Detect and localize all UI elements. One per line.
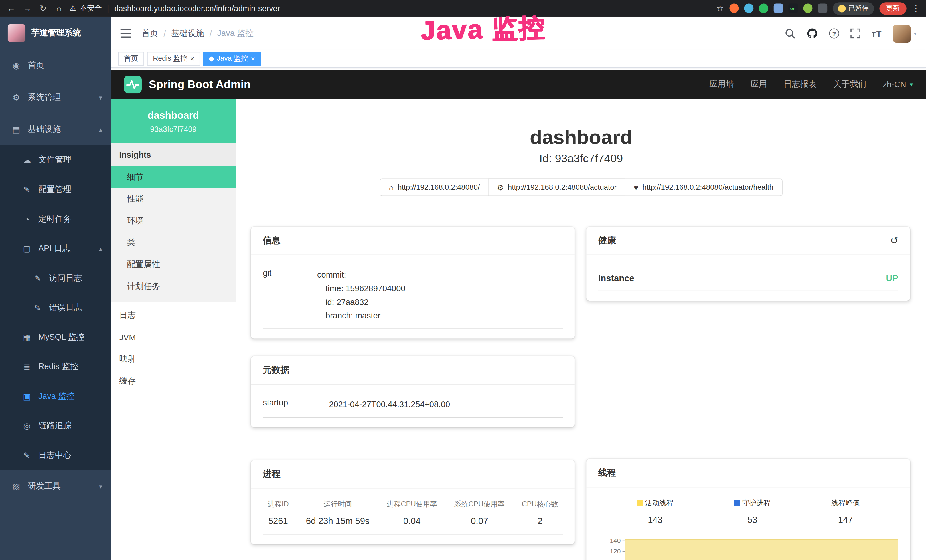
sba-nav-wallboard[interactable]: 应用墙: [709, 79, 734, 89]
sidebar-item-access-log[interactable]: ✎ 访问日志: [0, 263, 111, 293]
active-threads-area: [625, 539, 898, 560]
legend-value: 53: [734, 515, 770, 525]
browser-menu-icon[interactable]: ⋮: [912, 3, 920, 13]
sidebar-item-file-mgmt[interactable]: ☁ 文件管理: [0, 145, 111, 175]
app-logo[interactable]: 芋道管理系统: [0, 17, 111, 50]
drop-extension-icon[interactable]: [744, 3, 753, 13]
sidebar-item-label: Redis 监控: [38, 362, 79, 372]
process-stats-row: 进程ID 5261 运行时间 6d 23h 15m 59s: [263, 498, 563, 534]
sidebar-item-log-center[interactable]: ✎ 日志中心: [0, 441, 111, 471]
sba-item-environment[interactable]: 环境: [111, 210, 236, 232]
sidebar-collapse-icon[interactable]: [120, 29, 131, 38]
chart-y-axis: 140 120 100: [598, 534, 625, 560]
sidebar-item-label: 首页: [28, 60, 44, 71]
sidebar-item-java-monitor[interactable]: ▣ Java 监控: [0, 382, 111, 412]
app-header: 首页 / 基础设施 / Java 监控 ? тT: [111, 17, 926, 50]
sidebar-item-scheduled-jobs[interactable]: ◔ 定时任务: [0, 204, 111, 234]
stat-label: 系统CPU使用率: [454, 499, 505, 509]
sidebar-item-redis-monitor[interactable]: ≣ Redis 监控: [0, 352, 111, 382]
instance-health-link[interactable]: ♥ http://192.168.0.2:48080/actuator/heal…: [625, 178, 782, 196]
sidebar-item-label: MySQL 监控: [38, 332, 85, 343]
green-extension-icon[interactable]: [759, 3, 768, 13]
address-bar-url[interactable]: dashboard.yudao.iocoder.cn/infra/admin-s…: [114, 4, 280, 12]
instance-actuator-link[interactable]: ⚙ http://192.168.0.2:48080/actuator: [488, 178, 625, 196]
tab-home[interactable]: 首页: [118, 52, 144, 66]
sidebar-item-tracing[interactable]: ◎ 链路追踪: [0, 411, 111, 441]
close-icon[interactable]: ×: [190, 55, 195, 62]
site-security-chip[interactable]: ⚠ 不安全: [70, 3, 101, 13]
grid-extension-icon[interactable]: [773, 3, 783, 13]
on-badge-extension-icon[interactable]: on: [788, 3, 797, 13]
warning-icon: ⚠: [70, 4, 76, 12]
sidebar-item-api-log[interactable]: ▢ API 日志 ▴: [0, 234, 111, 263]
sba-item-mappings[interactable]: 映射: [111, 348, 236, 370]
paused-badge[interactable]: 已暂停: [832, 2, 874, 14]
back-icon[interactable]: ←: [6, 3, 17, 13]
sba-item-caches[interactable]: 缓存: [111, 370, 236, 392]
stat-label: 进程ID: [268, 499, 289, 509]
user-avatar[interactable]: ▾: [893, 24, 917, 42]
tab-java-monitor[interactable]: Java 监控 ×: [203, 52, 261, 66]
stat-label: CPU核心数: [522, 499, 558, 509]
sba-nav-about[interactable]: 关于我们: [833, 79, 866, 89]
sidebar-item-home[interactable]: ◉ 首页: [0, 50, 111, 82]
help-icon[interactable]: ?: [829, 28, 839, 38]
edit-icon: ✎: [22, 451, 32, 460]
sba-item-jvm[interactable]: JVM: [111, 326, 236, 348]
sba-nav-journal[interactable]: 日志报表: [784, 79, 817, 89]
sidebar-item-system-mgmt[interactable]: ⚙ 系统管理 ▾: [0, 82, 111, 114]
instance-title: dashboard: [236, 125, 926, 149]
clock-icon: ◔: [22, 215, 32, 224]
close-icon[interactable]: ×: [251, 55, 255, 62]
yellow-swatch-icon: [637, 500, 643, 506]
sba-item-configprops[interactable]: 配置属性: [111, 253, 236, 275]
card-title: 线程: [598, 467, 616, 478]
bookmark-star-icon[interactable]: ☆: [716, 3, 724, 13]
update-button[interactable]: 更新: [879, 2, 906, 14]
gear-icon: ⚙: [11, 93, 21, 102]
tab-redis-monitor[interactable]: Redis 监控 ×: [147, 52, 200, 66]
sba-item-logfile[interactable]: 日志: [111, 304, 236, 326]
instance-name: dashboard: [148, 109, 199, 121]
breadcrumb-infra[interactable]: 基础设施: [171, 28, 204, 38]
sidebar-item-label: 系统管理: [28, 92, 61, 103]
chevron-down-icon: ▾: [99, 94, 102, 101]
sba-item-metrics[interactable]: 性能: [111, 188, 236, 210]
tab-label: 首页: [124, 54, 138, 64]
spring-boot-admin-frame: Spring Boot Admin 应用墙 应用 日志报表 关于我们 zh-CN…: [111, 70, 926, 560]
browser-home-icon[interactable]: ⌂: [54, 3, 64, 13]
leaf-extension-icon[interactable]: [803, 3, 812, 13]
avatar-image: [893, 24, 911, 42]
card-title: 元数据: [263, 365, 289, 376]
fox-extension-icon[interactable]: [729, 3, 738, 13]
instance-root-link[interactable]: ⌂ http://192.168.0.2:48080/: [380, 178, 489, 196]
legend-label: 线程峰值: [831, 498, 859, 508]
fullscreen-icon[interactable]: [850, 28, 860, 38]
sba-item-details[interactable]: 细节: [111, 166, 236, 188]
github-icon[interactable]: [807, 28, 818, 39]
reload-icon[interactable]: ↻: [38, 3, 48, 13]
sba-locale-select[interactable]: zh-CN ▾: [883, 80, 913, 89]
sidebar-item-error-log[interactable]: ✎ 错误日志: [0, 293, 111, 322]
puzzle-extension-icon[interactable]: [818, 3, 827, 13]
sba-brand[interactable]: Spring Boot Admin: [124, 76, 251, 93]
font-size-icon[interactable]: тT: [872, 29, 882, 38]
legend-label: 活动线程: [645, 498, 673, 508]
sba-item-scheduled-tasks[interactable]: 计划任务: [111, 275, 236, 297]
sba-nav-applications[interactable]: 应用: [750, 79, 767, 89]
search-icon[interactable]: [785, 28, 795, 38]
sidebar-item-label: API 日志: [38, 243, 71, 254]
sidebar-item-label: 访问日志: [49, 273, 82, 283]
history-icon[interactable]: ↺: [890, 235, 898, 246]
forward-icon[interactable]: →: [22, 3, 33, 13]
sidebar-item-mysql-monitor[interactable]: ▦ MySQL 监控: [0, 322, 111, 352]
breadcrumb-home[interactable]: 首页: [142, 28, 158, 38]
sidebar-item-infrastructure[interactable]: ▤ 基础设施 ▴: [0, 114, 111, 145]
admin-sidebar: 芋道管理系统 ◉ 首页 ⚙ 系统管理 ▾ ▤ 基础设施 ▴ ☁ 文件管理 ✎ 配…: [0, 17, 111, 560]
screen: ← → ↻ ⌂ ⚠ 不安全 | dashboard.yudao.iocoder.…: [0, 0, 926, 560]
breadcrumb-separator: /: [164, 29, 166, 38]
sidebar-item-dev-tools[interactable]: ▨ 研发工具 ▾: [0, 470, 111, 502]
sidebar-item-config-mgmt[interactable]: ✎ 配置管理: [0, 175, 111, 204]
sba-instance-header: dashboard 93a3fc7f7409: [111, 99, 236, 144]
sba-item-classes[interactable]: 类: [111, 232, 236, 254]
